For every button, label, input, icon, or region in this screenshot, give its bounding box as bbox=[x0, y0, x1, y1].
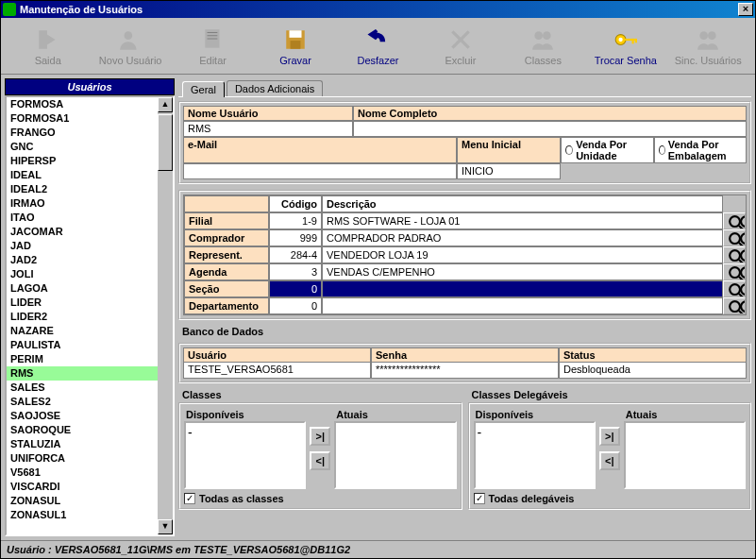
nome-completo-field[interactable] bbox=[353, 121, 747, 137]
lookup-button[interactable] bbox=[723, 246, 746, 263]
venda-embalagem-label: Venda Por Embalagem bbox=[668, 139, 742, 161]
db-usuario-value: TESTE_VERSAO5681 bbox=[184, 363, 370, 378]
deleg-atuais-list[interactable] bbox=[624, 421, 746, 489]
user-list-item[interactable]: LIDER bbox=[7, 296, 158, 310]
deleg-disponiveis-list[interactable]: - bbox=[474, 421, 596, 489]
novo-usuario-button[interactable]: Novo Usuário bbox=[89, 21, 171, 72]
user-list-item[interactable]: JACOMAR bbox=[7, 225, 158, 239]
user-list-item[interactable]: ZONASUL1 bbox=[7, 508, 158, 522]
deleg-move-left-button[interactable]: <| bbox=[599, 451, 620, 470]
menu-inicial-field[interactable]: INICIO bbox=[457, 163, 561, 179]
move-left-button[interactable]: <| bbox=[310, 451, 330, 470]
user-list-item[interactable]: FORMOSA1 bbox=[7, 111, 158, 126]
grid-descricao[interactable] bbox=[322, 280, 723, 297]
lookup-button[interactable] bbox=[723, 297, 746, 314]
sinc-usuarios-button[interactable]: Sinc. Usuários bbox=[667, 21, 749, 72]
lookup-button[interactable] bbox=[723, 212, 746, 229]
user-list-item[interactable]: SAOJOSE bbox=[7, 409, 158, 423]
user-list-item[interactable]: NAZARE bbox=[7, 324, 158, 338]
grid-descricao[interactable]: VENDEDOR LOJA 19 bbox=[322, 246, 723, 263]
user-list-item[interactable]: FORMOSA bbox=[7, 97, 158, 111]
user-list-item[interactable]: SAOROQUE bbox=[7, 423, 158, 437]
lookup-button[interactable] bbox=[723, 280, 746, 297]
close-button[interactable]: × bbox=[738, 3, 753, 16]
user-list-item[interactable]: VISCARDI bbox=[7, 480, 158, 494]
grid-codigo[interactable]: 3 bbox=[269, 263, 322, 280]
status-bar: Usuário : VERSAO5681_11G\RMS em TESTE_VE… bbox=[1, 540, 755, 558]
user-list-item[interactable]: STALUZIA bbox=[7, 437, 158, 451]
venda-unidade-radio[interactable]: Venda Por Unidade bbox=[561, 137, 654, 163]
svg-rect-2 bbox=[290, 30, 302, 38]
grid-descricao[interactable] bbox=[322, 297, 723, 314]
grid-codigo[interactable]: 0 bbox=[269, 297, 322, 314]
user-list-item[interactable]: HIPERSP bbox=[7, 154, 158, 168]
app-icon bbox=[3, 3, 16, 16]
nome-usuario-field[interactable]: RMS bbox=[183, 121, 353, 137]
editar-button[interactable]: Editar bbox=[172, 21, 254, 72]
saida-button[interactable]: Saida bbox=[7, 21, 89, 72]
desfazer-label: Desfazer bbox=[357, 55, 398, 66]
nome-usuario-label: Nome Usuário bbox=[183, 106, 353, 121]
user-list-item[interactable]: PERIM bbox=[7, 352, 158, 366]
tab-dados-adicionais[interactable]: Dados Adicionais bbox=[227, 80, 323, 96]
desfazer-button[interactable]: Desfazer bbox=[337, 21, 419, 72]
move-right-button[interactable]: >| bbox=[310, 427, 330, 446]
sync-users-icon bbox=[695, 26, 721, 53]
email-field[interactable] bbox=[183, 163, 457, 179]
user-list-item[interactable]: GNC bbox=[7, 140, 158, 154]
grid-codigo[interactable]: 0 bbox=[269, 280, 322, 297]
todas-delegaveis-checkbox[interactable]: ✓Todas delegáveis bbox=[474, 493, 747, 504]
svg-point-21 bbox=[730, 250, 740, 261]
scrollbar[interactable]: ▲ ▼ bbox=[158, 97, 173, 534]
user-list-item[interactable]: FRANGO bbox=[7, 126, 158, 140]
db-status-label: Status bbox=[560, 348, 746, 363]
classes-delegaveis-title: Classes Delegáveis bbox=[468, 387, 752, 402]
user-list-item[interactable]: V5681 bbox=[7, 466, 158, 480]
gravar-button[interactable]: Gravar bbox=[254, 21, 336, 72]
user-list-item[interactable]: JOLI bbox=[7, 267, 158, 281]
tab-geral[interactable]: Geral bbox=[182, 81, 225, 97]
user-list-item[interactable]: PAULISTA bbox=[7, 338, 158, 352]
user-list-item[interactable]: RMS bbox=[7, 366, 158, 381]
db-usuario-label: Usuário bbox=[184, 348, 370, 363]
classes-button[interactable]: Classes bbox=[502, 21, 584, 72]
deleg-move-right-button[interactable]: >| bbox=[599, 427, 620, 446]
user-list-item[interactable]: SALES bbox=[7, 381, 158, 395]
scroll-down-button[interactable]: ▼ bbox=[158, 519, 173, 534]
user-list-item[interactable]: UNIFORCA bbox=[7, 451, 158, 466]
user-list[interactable]: FORMOSAFORMOSA1FRANGOGNCHIPERSPIDEALIDEA… bbox=[7, 97, 158, 534]
svg-rect-10 bbox=[635, 38, 637, 42]
trocar-senha-button[interactable]: Trocar Senha bbox=[584, 21, 666, 72]
grid-descricao[interactable]: VENDAS C/EMPENHO bbox=[322, 263, 723, 280]
user-list-item[interactable]: JAD2 bbox=[7, 253, 158, 267]
grid-codigo[interactable]: 999 bbox=[269, 229, 322, 246]
user-list-item[interactable]: LAGOA bbox=[7, 281, 158, 296]
grid-descricao[interactable]: RMS SOFTWARE - LOJA 01 bbox=[322, 212, 723, 229]
grid-codigo[interactable]: 1-9 bbox=[269, 212, 322, 229]
svg-point-4 bbox=[535, 31, 544, 40]
grid-codigo[interactable]: 284-4 bbox=[269, 246, 322, 263]
undo-icon bbox=[364, 26, 391, 53]
grid-descricao[interactable]: COMPRADOR PADRAO bbox=[322, 229, 723, 246]
user-list-item[interactable]: SALES2 bbox=[7, 395, 158, 409]
lookup-button[interactable] bbox=[723, 263, 746, 280]
user-list-item[interactable]: IRMAO bbox=[7, 196, 158, 211]
classes-atuais-list[interactable] bbox=[334, 421, 456, 489]
user-list-item[interactable]: JAD bbox=[7, 239, 158, 253]
tab-bar: Geral Dados Adicionais bbox=[178, 78, 751, 97]
todas-classes-checkbox[interactable]: ✓Todas as classes bbox=[184, 493, 457, 504]
excluir-button[interactable]: Excluir bbox=[419, 21, 501, 72]
user-list-item[interactable]: ITAO bbox=[7, 211, 158, 225]
radio-icon bbox=[565, 145, 573, 155]
user-list-item[interactable]: IDEAL2 bbox=[7, 182, 158, 196]
venda-embalagem-radio[interactable]: Venda Por Embalagem bbox=[654, 137, 748, 163]
classes-disponiveis-list[interactable]: - bbox=[184, 421, 306, 489]
user-list-item[interactable]: ZONASUL bbox=[7, 494, 158, 508]
scroll-thumb[interactable] bbox=[158, 114, 173, 171]
scroll-track[interactable] bbox=[158, 171, 173, 519]
lookup-button[interactable] bbox=[723, 229, 746, 246]
scroll-up-button[interactable]: ▲ bbox=[158, 97, 173, 112]
user-list-item[interactable]: IDEAL bbox=[7, 168, 158, 182]
grid-row-label: Filial bbox=[184, 212, 269, 229]
user-list-item[interactable]: LIDER2 bbox=[7, 310, 158, 324]
